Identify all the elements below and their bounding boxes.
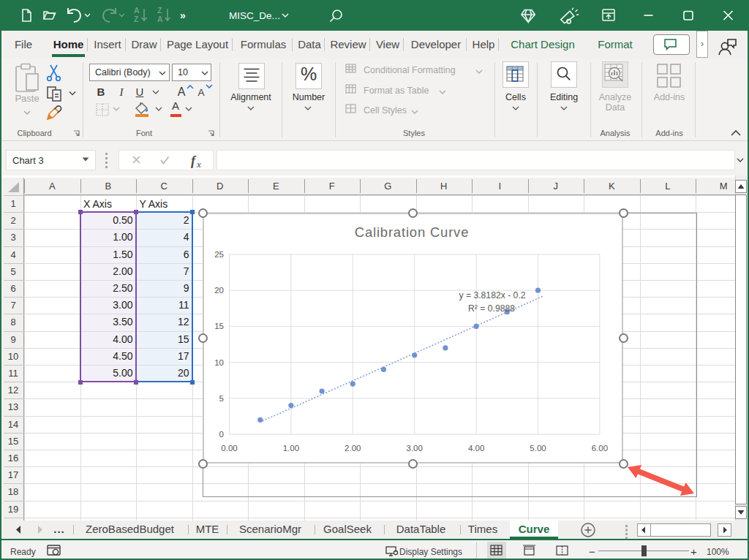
svg-text:5: 5 bbox=[219, 394, 224, 403]
svg-text:y = 3.8182x - 0.2: y = 3.8182x - 0.2 bbox=[459, 290, 525, 300]
svg-text:3.00: 3.00 bbox=[407, 444, 423, 453]
svg-text:Calibration Curve: Calibration Curve bbox=[355, 224, 470, 240]
svg-text:25: 25 bbox=[214, 250, 224, 259]
svg-text:10: 10 bbox=[214, 358, 224, 367]
svg-text:4.00: 4.00 bbox=[468, 444, 484, 453]
svg-text:1.00: 1.00 bbox=[283, 444, 299, 453]
svg-text:20: 20 bbox=[214, 286, 224, 295]
svg-text:0.00: 0.00 bbox=[221, 444, 237, 453]
svg-text:5.00: 5.00 bbox=[530, 444, 546, 453]
svg-text:2.00: 2.00 bbox=[345, 444, 361, 453]
svg-text:0: 0 bbox=[219, 430, 224, 439]
svg-text:6.00: 6.00 bbox=[592, 444, 608, 453]
svg-text:R² = 0.9888: R² = 0.9888 bbox=[468, 303, 515, 314]
svg-text:15: 15 bbox=[214, 322, 224, 330]
